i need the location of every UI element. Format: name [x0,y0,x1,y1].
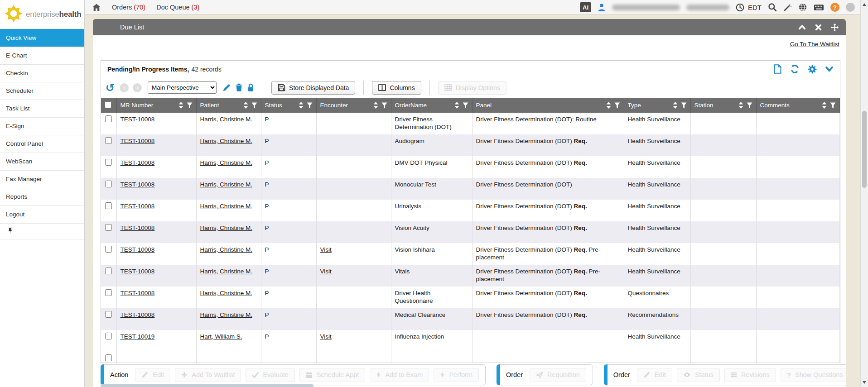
sidebar-item-control-panel[interactable]: Control Panel [0,135,84,153]
sort-icon[interactable] [738,102,743,109]
row-checkbox[interactable] [105,159,112,166]
mr-number-link[interactable]: TEST-10019 [121,333,155,340]
history-back-icon[interactable]: ‹ [120,83,129,92]
go-to-waitlist-link[interactable]: Go To The Waitlist [790,41,839,48]
row-checkbox[interactable] [105,224,112,231]
column-header-status[interactable]: Status [261,98,316,113]
column-header-ordername[interactable]: OrderName [391,98,472,113]
mr-number-link[interactable]: TEST-10008 [121,203,155,210]
add-to-waitlist-button[interactable]: Add To Waitlist [175,368,241,382]
encounter-link[interactable]: Visit [320,333,332,340]
mr-number-link[interactable]: TEST-10008 [121,159,155,166]
sidebar-item-e-sign[interactable]: E-Sign [0,117,84,135]
filter-icon[interactable] [830,102,836,109]
column-header-panel[interactable]: Panel [472,98,624,113]
show-questions-button[interactable]: ?Show Questions [781,368,846,382]
sidebar-item-logout[interactable]: Logout [0,205,84,224]
sidebar-item-quick-view[interactable]: Quick View [0,29,84,47]
undo-icon[interactable]: ↺ [106,82,115,93]
sidebar-item-e-chart[interactable]: E-Chart [0,47,84,64]
user-icon[interactable] [598,3,606,11]
sort-icon[interactable] [178,102,183,109]
patient-link[interactable]: Harris, Christine M. [200,290,253,296]
sidebar-item-webscan[interactable]: WebScan [0,153,84,170]
column-header-type[interactable]: Type [624,98,690,113]
add-to-exam-button[interactable]: Add to Exam [370,368,429,382]
mr-number-link[interactable]: TEST-10008 [121,138,155,144]
patient-link[interactable]: Harris, Christine M. [200,159,253,166]
help-icon[interactable]: ? [830,3,839,12]
nav-orders[interactable]: Orders (70) [112,4,145,11]
sidebar-item-fax-manager[interactable]: Fax Manager [0,170,84,188]
mr-number-link[interactable]: TEST-10008 [121,181,155,188]
sidebar-pin-row[interactable] [0,224,84,239]
edit-button[interactable]: Edit [637,368,672,382]
filter-icon[interactable] [681,102,687,109]
sort-icon[interactable] [454,102,459,109]
columns-button[interactable]: Columns [372,81,421,95]
mr-number-link[interactable]: TEST-10008 [121,311,155,318]
collapse-icon[interactable] [798,24,806,30]
patient-link[interactable]: Harris, Christine M. [200,246,253,253]
filter-icon[interactable] [747,102,752,109]
new-document-icon[interactable] [773,64,782,74]
requisition-button[interactable]: Requisition [530,368,586,382]
patient-link[interactable]: Harris, Christine M. [200,268,253,275]
display-options-button[interactable]: Display Options [438,81,506,95]
move-icon[interactable] [831,24,839,31]
nav-doc-queue[interactable]: Doc Queue (3) [156,4,199,11]
avatar[interactable] [846,3,855,12]
row-checkbox[interactable] [105,333,112,339]
select-all-checkbox[interactable] [105,101,111,108]
evaluate-button[interactable]: Evaluate [246,368,294,382]
filter-icon[interactable] [381,102,387,109]
schedule-appt-button[interactable]: Schedule Appt [299,368,366,382]
encounter-link[interactable]: Visit [320,246,332,253]
clock-icon[interactable] [736,3,744,12]
sidebar-item-task-list[interactable]: Task List [0,100,84,117]
mr-number-link[interactable]: TEST-10008 [121,116,155,123]
keyboard-icon[interactable] [814,4,824,11]
edit-button[interactable]: Edit [135,368,170,382]
delete-perspective-icon[interactable] [235,83,243,92]
patient-link[interactable]: Harris, Christine M. [200,181,253,188]
chevron-down-icon[interactable] [825,66,834,72]
row-checkbox[interactable] [105,202,112,209]
row-checkbox[interactable] [105,268,112,274]
row-checkbox[interactable] [105,354,112,361]
filter-icon[interactable] [614,102,620,109]
ai-badge[interactable]: AI [580,2,591,12]
row-checkbox[interactable] [105,246,112,253]
filter-icon[interactable] [187,102,193,109]
sort-icon[interactable] [822,102,827,109]
patient-link[interactable]: Harris, Christine M. [200,225,253,231]
lock-icon[interactable] [247,83,255,92]
revisions-button[interactable]: Revisions [724,368,776,382]
edit-perspective-icon[interactable] [222,83,231,92]
row-checkbox[interactable] [105,137,112,144]
sidebar-item-scheduler[interactable]: Scheduler [0,82,84,100]
sidebar-item-reports[interactable]: Reports [0,188,84,205]
mr-number-link[interactable]: TEST-10008 [121,225,155,231]
patient-link[interactable]: Hart, William S. [200,333,242,340]
horizontal-scrollbar-thumb[interactable] [101,384,313,387]
globe-icon[interactable] [798,3,807,12]
patient-link[interactable]: Harris, Christine M. [200,138,253,144]
filter-icon[interactable] [251,102,257,109]
column-header-encounter[interactable]: Encounter [316,98,391,113]
gear-icon[interactable] [808,65,817,74]
mr-number-link[interactable]: TEST-10008 [121,246,155,253]
search-icon[interactable] [768,3,777,12]
sort-icon[interactable] [373,102,378,109]
mr-number-link[interactable]: TEST-10008 [121,268,155,275]
column-header-comments[interactable]: Comments [756,98,840,113]
row-checkbox[interactable] [105,115,112,122]
sort-icon[interactable] [299,102,304,109]
perspective-select[interactable]: Main Perspective [148,81,217,94]
sidebar-item-checkin[interactable]: Checkin [0,64,84,82]
encounter-link[interactable]: Visit [320,268,332,275]
patient-link[interactable]: Harris, Christine M. [200,311,253,318]
refresh-icon[interactable] [790,64,800,74]
scroll-up-arrow[interactable] [863,3,866,6]
column-header-station[interactable]: Station [690,98,756,113]
